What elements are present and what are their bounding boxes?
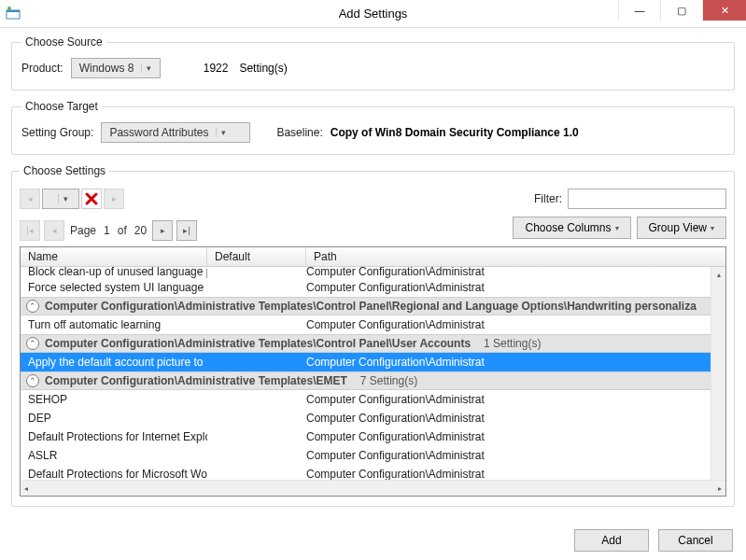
table-row[interactable]: SEHOPComputer Configuration\Administrat <box>21 390 725 409</box>
toolbar-action-dropdown[interactable]: ▾ <box>42 189 79 209</box>
app-icon <box>6 7 21 21</box>
choose-source-group: Choose Source Product: Windows 8 ▾ 1922 … <box>11 35 735 91</box>
cell-name: Default Protections for Microsoft Wo <box>21 468 207 481</box>
collapse-icon[interactable]: ⌃ <box>26 374 39 387</box>
table-row-selected[interactable]: Apply the default account picture toComp… <box>21 353 725 371</box>
cell-name: Force selected system UI language to <box>21 281 207 294</box>
window-controls: — ▢ ✕ <box>618 0 746 21</box>
choose-columns-button[interactable]: Choose Columns ▾ <box>513 217 630 239</box>
add-button[interactable]: Add <box>574 529 649 552</box>
cell-path: Computer Configuration\Administrat <box>306 318 725 331</box>
grid-body[interactable]: Block clean-up of unused language pCompu… <box>21 267 725 496</box>
column-header-name[interactable]: Name <box>21 247 207 266</box>
cell-name: DEP <box>21 412 207 425</box>
delete-button[interactable] <box>81 189 102 209</box>
table-row[interactable]: DEPComputer Configuration\Administrat <box>21 409 725 427</box>
filter-label: Filter: <box>534 192 562 205</box>
baseline-label: Baseline: <box>276 126 322 139</box>
group-count: 7 Setting(s) <box>360 374 417 387</box>
cell-name: Default Protections for Internet Explo <box>21 430 207 443</box>
chevron-down-icon: ▾ <box>141 63 156 73</box>
group-label: Computer Configuration\Administrative Te… <box>45 374 347 387</box>
collapse-icon[interactable]: ⌃ <box>26 300 39 313</box>
cell-name: Apply the default account picture to <box>21 356 306 369</box>
grid-header: Name Default Path <box>21 247 725 267</box>
group-view-label: Group View <box>649 221 707 234</box>
delete-icon <box>84 191 99 206</box>
choose-settings-legend: Choose Settings <box>20 164 109 177</box>
page-of: of <box>116 224 129 237</box>
group-count: 1 Setting(s) <box>484 337 541 350</box>
group-header[interactable]: ⌃Computer Configuration\Administrative T… <box>21 334 725 353</box>
svg-rect-1 <box>7 10 20 12</box>
cell-name: Turn off automatic learning <box>21 318 207 331</box>
cell-path: Computer Configuration\Administrat <box>306 393 725 406</box>
choose-target-group: Choose Target Setting Group: Password At… <box>11 100 735 155</box>
choose-settings-group: Choose Settings ◂ ▾ ▸ Filter: |◂ ◂ <box>11 164 735 507</box>
cancel-button[interactable]: Cancel <box>658 529 733 552</box>
settings-count-suffix: Setting(s) <box>239 62 287 75</box>
chevron-down-icon: ▾ <box>711 224 714 232</box>
svg-point-2 <box>7 7 11 10</box>
chevron-down-icon: ▾ <box>58 194 73 203</box>
minimize-button[interactable]: — <box>618 0 660 21</box>
page-first-button[interactable]: |◂ <box>20 220 40 241</box>
cell-path: Computer Configuration\Administrat <box>306 412 725 425</box>
group-view-button[interactable]: Group View ▾ <box>637 217 726 239</box>
close-button[interactable]: ✕ <box>702 0 746 21</box>
cell-name: ASLR <box>21 449 207 462</box>
chevron-down-icon: ▾ <box>216 128 231 137</box>
column-header-default[interactable]: Default <box>207 247 306 266</box>
cell-name: Block clean-up of unused language p <box>21 267 207 278</box>
toolbar-next-button[interactable]: ▸ <box>104 189 124 209</box>
settings-count: 1922 <box>204 62 229 75</box>
horizontal-scrollbar[interactable]: ◂ ▸ <box>21 480 725 496</box>
maximize-button[interactable]: ▢ <box>660 0 702 21</box>
baseline-value: Copy of Win8 Domain Security Compliance … <box>331 126 579 139</box>
table-row[interactable]: Block clean-up of unused language pCompu… <box>21 267 725 278</box>
page-prev-button[interactable]: ◂ <box>44 220 64 241</box>
page-word: Page <box>68 224 98 237</box>
cell-path: Computer Configuration\Administrat <box>306 468 725 481</box>
setting-group-dropdown[interactable]: Password Attributes ▾ <box>101 122 250 143</box>
product-value: Windows 8 <box>72 62 142 75</box>
table-row[interactable]: ASLRComputer Configuration\Administrat <box>21 446 725 465</box>
chevron-down-icon: ▾ <box>615 224 619 232</box>
product-label: Product: <box>21 62 63 75</box>
table-row[interactable]: Force selected system UI language toComp… <box>21 278 725 297</box>
group-label: Computer Configuration\Administrative Te… <box>45 300 697 313</box>
dialog-footer: Add Cancel <box>11 516 735 552</box>
cell-path: Computer Configuration\Administrat <box>306 356 725 369</box>
cell-name: SEHOP <box>21 393 207 406</box>
settings-grid: Name Default Path Block clean-up of unus… <box>20 246 726 497</box>
cell-path: Computer Configuration\Administrat <box>306 281 725 294</box>
product-dropdown[interactable]: Windows 8 ▾ <box>71 58 161 78</box>
choose-target-legend: Choose Target <box>21 100 102 113</box>
scroll-up-icon: ▴ <box>717 271 721 279</box>
group-label: Computer Configuration\Administrative Te… <box>45 337 471 350</box>
setting-group-value: Password Attributes <box>102 126 216 139</box>
titlebar: Add Settings — ▢ ✕ <box>0 0 746 28</box>
cell-path: Computer Configuration\Administrat <box>306 449 725 462</box>
setting-group-label: Setting Group: <box>21 126 93 139</box>
choose-source-legend: Choose Source <box>21 35 106 49</box>
group-header[interactable]: ⌃Computer Configuration\Administrative T… <box>21 297 725 315</box>
page-current: 1 <box>102 224 112 237</box>
cell-path: Computer Configuration\Administrat <box>306 430 725 443</box>
page-next-button[interactable]: ▸ <box>152 220 173 241</box>
scroll-left-icon: ◂ <box>24 484 28 493</box>
choose-columns-label: Choose Columns <box>525 221 611 234</box>
vertical-scrollbar[interactable]: ▴ <box>711 267 725 480</box>
filter-input[interactable] <box>568 189 726 209</box>
table-row[interactable]: Default Protections for Internet ExploCo… <box>21 427 725 446</box>
scroll-right-icon: ▸ <box>718 484 722 493</box>
cell-path: Computer Configuration\Administrat <box>306 267 725 278</box>
group-header[interactable]: ⌃Computer Configuration\Administrative T… <box>21 371 725 390</box>
page-last-button[interactable]: ▸| <box>176 220 197 241</box>
column-header-path[interactable]: Path <box>306 247 711 266</box>
collapse-icon[interactable]: ⌃ <box>26 337 39 350</box>
table-row[interactable]: Turn off automatic learningComputer Conf… <box>21 315 725 334</box>
page-total: 20 <box>133 224 148 237</box>
toolbar-prev-button[interactable]: ◂ <box>20 189 40 209</box>
